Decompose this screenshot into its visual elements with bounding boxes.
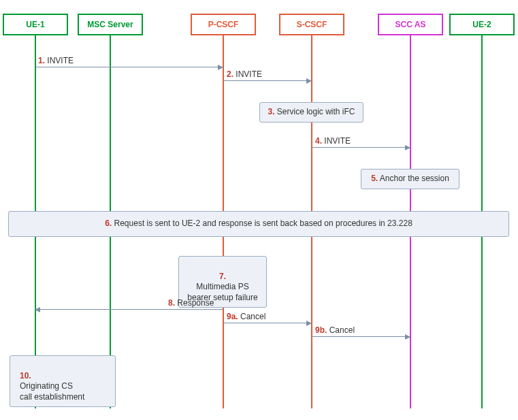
note-step-5: 5. Anchor the session (361, 169, 459, 189)
arrow-step-8 (35, 309, 223, 310)
step-text: Request is sent to UE-2 and response is … (114, 219, 412, 228)
participant-sccas: SCC AS (378, 14, 443, 35)
note-step-10: 10. Originating CS call establishment (10, 355, 116, 407)
participant-msc: MSC Server (78, 14, 143, 35)
step-num: 6. (105, 219, 112, 228)
participant-label: S-CSCF (297, 20, 327, 29)
step-num: 5. (371, 174, 378, 183)
step-text: INVITE (47, 56, 74, 65)
participant-pcscf: P-CSCF (191, 14, 256, 35)
step-8-label: 8. Response (168, 298, 214, 308)
participant-label: P-CSCF (208, 20, 239, 29)
participant-label: MSC Server (87, 20, 133, 29)
arrow-step-2 (223, 80, 311, 81)
participant-label: UE-1 (26, 20, 44, 29)
step-num: 8. (168, 298, 175, 308)
step-num: 3. (268, 107, 274, 116)
step-num: 10. (20, 371, 31, 381)
sequence-diagram: UE-1 MSC Server P-CSCF S-CSCF SCC AS UE-… (0, 0, 518, 420)
note-step-3: 3. Service logic with iFC (259, 102, 363, 123)
step-1-label: 1. INVITE (38, 56, 74, 65)
step-4-label: 4. INVITE (315, 136, 351, 146)
note-step-6: 6. Request is sent to UE-2 and response … (8, 211, 509, 237)
arrow-step-9a (223, 323, 311, 323)
step-num: 1. (38, 56, 45, 65)
step-text: Anchor the session (380, 174, 449, 183)
step-text: Response (177, 298, 214, 308)
step-num: 2. (227, 69, 233, 79)
arrow-step-9b (312, 336, 410, 337)
step-2-label: 2. INVITE (227, 69, 262, 79)
participant-label: SCC AS (395, 20, 426, 29)
step-9b-label: 9b. Cancel (315, 325, 355, 335)
step-num: 7. (219, 272, 226, 281)
arrow-step-4 (312, 147, 410, 148)
participant-ue2: UE-2 (449, 14, 515, 35)
arrow-step-1 (35, 67, 223, 67)
step-9a-label: 9a. Cancel (227, 312, 265, 321)
participant-ue1: UE-1 (3, 14, 68, 35)
step-num: 9a. (227, 312, 238, 321)
step-text: Originating CS call establishment (20, 381, 84, 402)
participant-label: UE-2 (472, 20, 491, 29)
step-text: Service logic with iFC (277, 107, 355, 116)
step-num: 9b. (315, 325, 327, 335)
step-text: INVITE (236, 69, 262, 79)
participant-scscf: S-CSCF (279, 14, 344, 35)
step-text: INVITE (324, 136, 351, 146)
step-num: 4. (315, 136, 322, 146)
step-text: Cancel (329, 325, 355, 335)
step-text: Cancel (240, 312, 265, 321)
